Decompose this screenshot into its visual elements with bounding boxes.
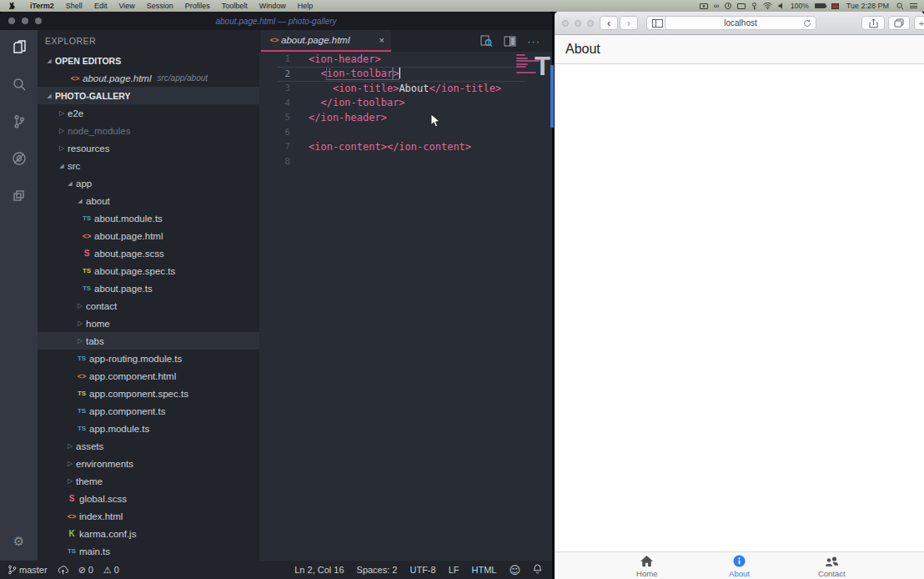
more-actions-icon[interactable]: ··· (527, 35, 540, 48)
search-icon[interactable] (0, 67, 38, 103)
tree-item-label: assets (76, 441, 103, 451)
folder-tabs[interactable]: ▷tabs (38, 332, 259, 350)
file-karma-conf-js[interactable]: Kkarma.conf.js (38, 525, 259, 542)
display-icon[interactable] (737, 3, 746, 9)
file-app-component-ts[interactable]: TSapp.component.ts (38, 402, 259, 420)
reload-icon[interactable] (803, 19, 811, 29)
wifi-icon[interactable] (763, 3, 772, 9)
tree-item-label: main.ts (79, 546, 110, 556)
html-icon: <> (74, 372, 89, 380)
tab-about-page-html[interactable]: <> about.page.html × (261, 30, 391, 52)
code-editor[interactable]: 1<ion-header>2 <ion-toolbar>3 <ion-title… (259, 52, 552, 561)
folder-resources[interactable]: ▷resources (38, 139, 259, 157)
source-control-icon[interactable] (0, 103, 38, 140)
debug-icon[interactable] (0, 140, 38, 177)
settings-gear-icon[interactable]: ⚙ (0, 534, 38, 549)
app-tab-about[interactable]: About (706, 555, 773, 578)
apple-menu-icon[interactable] (0, 2, 24, 10)
notification-center-icon[interactable] (910, 3, 917, 8)
section-photo-gallery[interactable]: ◢PHOTO-GALLERY (38, 87, 259, 104)
vscode-title-bar[interactable]: about.page.html — photo-gallery (0, 12, 552, 30)
chevron-expanded-icon: ◢ (74, 198, 86, 204)
status-item-3[interactable]: LF (449, 565, 459, 575)
screen-recording-icon[interactable] (700, 3, 708, 9)
menu-item-window[interactable]: Window (254, 2, 292, 10)
menu-item-profiles[interactable]: Profiles (179, 2, 216, 10)
file-about-module-ts[interactable]: TSabout.module.ts (38, 209, 259, 227)
file-app-component-spec-ts[interactable]: TSapp.component.spec.ts (38, 385, 259, 402)
spotlight-icon[interactable] (896, 3, 904, 10)
menu-app-name[interactable]: iTerm2 (24, 0, 60, 12)
new-tab-button[interactable]: + (914, 16, 924, 30)
file-global-scss[interactable]: Sglobal.scss (38, 490, 259, 507)
git-branch-indicator[interactable]: master (8, 565, 48, 575)
file-app-module-ts[interactable]: TSapp.module.ts (38, 420, 259, 437)
address-bar[interactable]: localhost (665, 16, 816, 30)
menu-bar-clock[interactable]: Tue 2:28 PM (845, 2, 891, 10)
extensions-icon[interactable] (0, 177, 38, 214)
volume-icon[interactable] (778, 3, 785, 9)
folder-theme[interactable]: ▷theme (38, 472, 259, 490)
chevron-expanded-icon: ◢ (56, 163, 68, 169)
open-preview-icon[interactable] (480, 35, 493, 48)
section-label: PHOTO-GALLERY (55, 91, 130, 101)
file-about-page-spec-ts[interactable]: TSabout.page.spec.ts (38, 262, 259, 279)
folder-assets[interactable]: ▷assets (38, 437, 259, 455)
notifications-bell-icon[interactable] (533, 564, 542, 576)
tree-item-label: global.scss (79, 494, 127, 504)
file-main-ts[interactable]: TSmain.ts (38, 542, 259, 560)
keyboard-icon[interactable] (751, 3, 757, 10)
input-source-flag-icon[interactable] (831, 3, 839, 9)
folder-e2e[interactable]: ▷e2e (38, 104, 259, 122)
menu-item-shell[interactable]: Shell (60, 2, 88, 10)
folder-home[interactable]: ▷home (38, 315, 259, 332)
file-about-page-scss[interactable]: Sabout.page.scss (38, 244, 259, 262)
app-tab-home[interactable]: Home (614, 555, 680, 578)
forward-button[interactable]: › (620, 16, 638, 30)
menu-item-edit[interactable]: Edit (88, 2, 113, 10)
file-about-page-html[interactable]: <>about.page.html (38, 227, 259, 244)
chevron-expanded-icon: ◢ (43, 58, 55, 64)
tab-overview-icon[interactable] (888, 16, 910, 30)
status-item-2[interactable]: UTF-8 (409, 565, 435, 575)
folder-environments[interactable]: ▷environments (38, 455, 259, 472)
battery-icon[interactable] (815, 3, 826, 8)
folder-node_modules[interactable]: ▷node_modules (38, 122, 259, 139)
status-item-1[interactable]: Spaces: 2 (357, 565, 398, 575)
file-index-html[interactable]: <>index.html (38, 507, 259, 525)
menu-item-help[interactable]: Help (292, 2, 319, 10)
safari-traffic-lights[interactable] (562, 20, 594, 27)
glasses-icon[interactable]: ∞ (714, 3, 719, 10)
errors-indicator[interactable]: ⊘ 0 (78, 565, 93, 576)
folder-contact[interactable]: ▷contact (38, 297, 259, 315)
window-traffic-lights[interactable] (8, 18, 42, 24)
time-machine-icon[interactable] (725, 3, 731, 9)
status-item-0[interactable]: Ln 2, Col 16 (294, 565, 344, 575)
section-open-editors[interactable]: ◢OPEN EDITORS (38, 52, 259, 69)
back-button[interactable]: ‹ (600, 16, 618, 30)
tree-item-label: app.module.ts (89, 424, 149, 434)
folder-about[interactable]: ◢about (38, 192, 259, 209)
status-item-4[interactable]: HTML (471, 565, 496, 575)
publish-changes-icon[interactable] (58, 566, 68, 575)
folder-src[interactable]: ◢src (38, 157, 259, 174)
share-icon[interactable] (861, 16, 885, 30)
open-editor-item[interactable]: <>about.page.htmlsrc/app/about (38, 69, 259, 87)
split-editor-icon[interactable] (504, 35, 516, 48)
menu-item-view[interactable]: View (113, 2, 140, 10)
editor-group: <> about.page.html × ··· 1<ion-header>2 (259, 30, 552, 561)
file-app-component-html[interactable]: <>app.component.html (38, 367, 259, 385)
close-icon[interactable]: × (376, 35, 384, 45)
file-about-page-ts[interactable]: TSabout.page.ts (38, 279, 259, 297)
app-header: About (555, 35, 924, 64)
file-app-routing-module-ts[interactable]: TSapp-routing.module.ts (38, 350, 259, 367)
menu-item-session[interactable]: Session (141, 2, 179, 10)
folder-app[interactable]: ◢app (38, 174, 259, 192)
menu-item-toolbelt[interactable]: Toolbelt (216, 2, 254, 10)
explorer-icon[interactable] (0, 30, 38, 67)
feedback-smiley-icon[interactable]: ☺ (509, 564, 520, 576)
chevron-expanded-icon: ◢ (43, 93, 55, 99)
html-icon: <> (79, 232, 94, 240)
warnings-indicator[interactable]: ⚠ 0 (103, 565, 119, 576)
app-tab-contact[interactable]: Contact (798, 555, 865, 578)
